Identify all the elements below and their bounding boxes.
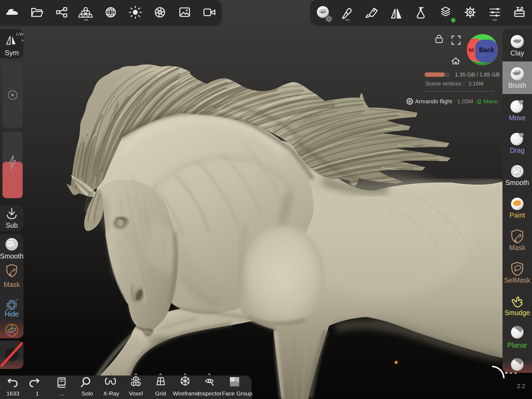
svg-text:Smooth: Smooth bbox=[0, 252, 24, 260]
svg-text:Hide: Hide bbox=[5, 310, 19, 318]
svg-text:Sub: Sub bbox=[6, 221, 18, 229]
svg-text:Back: Back bbox=[479, 46, 494, 54]
svg-text:L/W: L/W bbox=[16, 32, 24, 36]
svg-text:Sym: Sym bbox=[5, 49, 19, 57]
svg-text:ht: ht bbox=[469, 47, 474, 53]
svg-text:Mask: Mask bbox=[4, 281, 20, 288]
